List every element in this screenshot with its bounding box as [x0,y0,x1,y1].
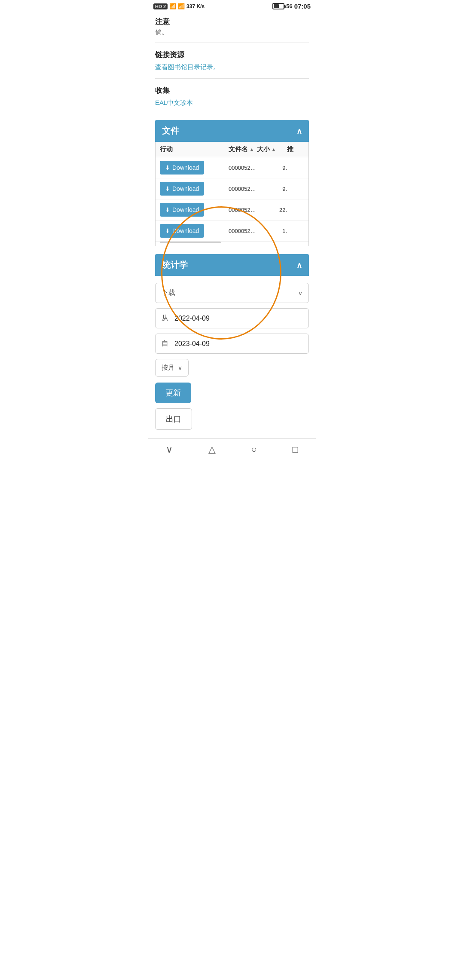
download-icon-2: ⬇ [165,185,170,192]
update-button[interactable]: 更新 [155,383,191,403]
export-button[interactable]: 出口 [155,408,192,430]
linked-resources-link[interactable]: 查看图书馆目录记录。 [155,61,309,77]
divider-2 [155,78,309,79]
files-section: 文件 ∧ 行动 文件名 ▲ 大小 ▲ [155,120,309,246]
row-4-filename: 000005213104311770_1... [229,228,257,234]
stats-chevron-icon[interactable]: ∧ [296,260,302,270]
row-2-size: 9. [257,186,287,192]
main-content: 注意 倘。 链接资源 查看图书馆目录记录。 收集 EAL中文珍本 文件 ∧ 行动 [148,12,316,430]
download-select-label: 下载 [162,288,175,297]
download-icon-3: ⬇ [165,206,170,213]
status-left: HD 2 📶 📶 337 K/s [153,3,205,9]
files-title: 文件 [162,125,179,137]
month-select[interactable]: 按月 ∨ [155,359,189,377]
download-button-3[interactable]: ⬇ Download [160,203,204,217]
chevron-down-icon: ∨ [298,290,302,297]
stats-title: 统计学 [162,259,188,271]
stats-header: 统计学 ∧ [155,254,309,276]
table-row: ⬇ Download 000005213104311770_0... 9. [156,157,308,178]
to-label: 自 [162,339,174,348]
status-right: 56 07:05 [272,3,311,10]
download-button-2[interactable]: ⬇ Download [160,182,204,196]
row-2-action: ⬇ Download [160,182,229,196]
collection-link[interactable]: EAL中文珍本 [155,97,309,112]
table-header: 行动 文件名 ▲ 大小 ▲ 推 [156,142,308,157]
month-chevron-icon: ∨ [178,364,182,371]
linked-resources-title: 链接资源 [155,45,309,61]
time-display: 07:05 [294,3,311,10]
files-header: 文件 ∧ [155,120,309,142]
from-date-value: 2022-04-09 [174,315,210,322]
download-button-4[interactable]: ⬇ Download [160,224,204,238]
row-3-action: ⬇ Download [160,203,229,217]
nav-triangle-icon[interactable]: △ [208,444,216,455]
row-3-size: 22. [257,207,287,213]
battery-icon [272,3,284,9]
table-row: ⬇ Download 000005213104311770_1... 22. [156,199,308,220]
divider-1 [155,43,309,43]
status-bar: HD 2 📶 📶 337 K/s 56 07:05 [148,0,316,12]
col-action: 行动 [160,145,229,153]
notes-text: 倘。 [155,28,309,41]
col-filename: 文件名 ▲ [229,145,257,153]
month-label: 按月 [162,364,174,372]
row-1-action: ⬇ Download [160,161,229,175]
col-extra: 推 [287,145,304,153]
nav-back-icon[interactable]: ∨ [166,444,173,455]
download-select[interactable]: 下载 ∨ [155,283,309,303]
row-4-size: 1. [257,228,287,234]
wifi-icon: 📶 [178,3,185,9]
stats-section: 统计学 ∧ 下载 ∨ 从 2022-04-09 自 2023-04-09 [155,254,309,430]
files-chevron-icon[interactable]: ∧ [296,126,302,136]
to-date-value: 2023-04-09 [174,340,210,348]
download-icon-1: ⬇ [165,164,170,171]
collection-title: 收集 [155,80,309,97]
table-row: ⬇ Download 000005213104311770_1... 1. [156,220,308,242]
battery-level: 56 [286,3,292,9]
stats-controls: 下载 ∨ 从 2022-04-09 自 2023-04-09 按月 ∨ [155,276,309,430]
filename-sort-asc[interactable]: ▲ [249,147,254,153]
signal-icon: 📶 [169,3,176,9]
nav-bar: ∨ △ ○ □ [148,438,316,460]
from-label: 从 [162,314,174,323]
notes-title: 注意 [155,12,309,28]
row-1-size: 9. [257,165,287,171]
size-sort-asc[interactable]: ▲ [271,147,276,153]
hd-badge: HD 2 [153,3,168,9]
download-button-1[interactable]: ⬇ Download [160,161,204,175]
row-3-filename: 000005213104311770_1... [229,207,257,213]
row-2-filename: 000005213104311770_1... [229,186,257,192]
speed-text: 337 K/s [186,3,205,9]
table-row: ⬇ Download 000005213104311770_1... 9. [156,178,308,199]
row-1-filename: 000005213104311770_0... [229,165,257,171]
files-table: 行动 文件名 ▲ 大小 ▲ 推 [155,142,309,246]
nav-recent-icon[interactable]: □ [292,444,298,455]
nav-home-icon[interactable]: ○ [251,444,256,455]
download-icon-4: ⬇ [165,227,170,234]
horizontal-scroll-indicator [160,242,221,243]
col-size: 大小 ▲ [257,145,287,153]
from-date-row[interactable]: 从 2022-04-09 [155,308,309,328]
row-4-action: ⬇ Download [160,224,229,238]
to-date-row[interactable]: 自 2023-04-09 [155,334,309,354]
